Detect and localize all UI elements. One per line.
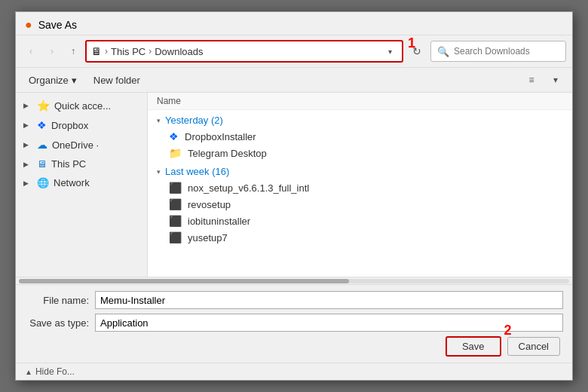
breadcrumb-dropdown-button[interactable]: ▾ (382, 42, 397, 60)
organize-button[interactable]: Organize ▾ (22, 72, 84, 89)
footer-bar[interactable]: ▲ Hide Fo... (16, 363, 572, 380)
button-row: Save 2 Cancel (25, 336, 563, 357)
new-folder-button[interactable]: New folder (87, 72, 147, 89)
breadcrumb[interactable]: 🖥 › This PC › Downloads ▾ 1 (85, 40, 403, 63)
sidebar-item-network[interactable]: ▶ 🌐 Network (16, 173, 147, 192)
back-icon: ‹ (29, 46, 32, 57)
save-button-wrapper: Save 2 (446, 336, 501, 357)
back-button[interactable]: ‹ (22, 42, 40, 60)
breadcrumb-thispc: This PC (111, 46, 145, 57)
organize-arrow-icon: ▾ (72, 75, 77, 86)
search-icon: 🔍 (437, 46, 449, 57)
network-label: Network (54, 177, 90, 188)
breadcrumb-sep1: › (105, 46, 108, 57)
yesterday-arrow-icon: ▾ (157, 117, 161, 124)
network-icon: 🌐 (37, 177, 49, 188)
group-lastweek[interactable]: ▾ Last week (16) (148, 161, 572, 179)
forward-icon: › (51, 46, 54, 57)
view-icon: ≡ (528, 75, 534, 85)
view-dropdown-icon: ▾ (553, 75, 558, 85)
revo-icon: ⬛ (169, 198, 182, 210)
breadcrumb-sep2: › (149, 46, 152, 57)
file-list: Name ▾ Yesterday (2) ❖ DropboxInstaller … (148, 93, 572, 277)
iobit-icon: ⬛ (169, 215, 182, 227)
filename-input[interactable] (95, 291, 563, 309)
save-as-dialog: ● Save As ‹ › ↑ 🖥 › This PC › Downloads … (15, 11, 573, 381)
hide-folders-label: Hide Fo... (35, 366, 75, 377)
yu-icon: ⬛ (169, 231, 182, 243)
footer-arrow-icon: ▲ (25, 368, 32, 376)
list-item[interactable]: ❖ DropboxInstaller (148, 128, 572, 145)
quickaccess-icon: ⭐ (37, 100, 50, 112)
search-box[interactable]: 🔍 (430, 41, 566, 62)
list-item[interactable]: ⬛ revosetup (148, 196, 572, 213)
saveastype-row: Save as type: Application (25, 314, 563, 332)
horizontal-scrollbar[interactable] (16, 277, 572, 284)
filename-row: File name: (25, 291, 563, 309)
breadcrumb-dropdown-icon: ▾ (388, 47, 392, 56)
list-item[interactable]: 📁 Telegram Desktop (148, 145, 572, 161)
search-input[interactable] (454, 46, 559, 57)
breadcrumb-thispc-icon: 🖥 (91, 45, 102, 57)
saveastype-select[interactable]: Application (95, 314, 563, 332)
iobit-name: iobituninstaller (188, 216, 250, 227)
dropbox-arrow-icon: ▶ (23, 121, 32, 129)
sidebar: ▶ ⭐ Quick acce... ▶ ❖ Dropbox ▶ ☁ OneDri… (16, 93, 148, 277)
up-icon: ↑ (71, 46, 75, 57)
filename-label: File name: (25, 295, 89, 306)
view-dropdown-button[interactable]: ▾ (545, 71, 566, 89)
list-item[interactable]: ⬛ iobituninstaller (148, 213, 572, 229)
dropboxinstaller-name: DropboxInstaller (185, 131, 256, 142)
onedrive-icon: ☁ (37, 139, 47, 151)
dropbox-label: Dropbox (51, 120, 88, 131)
saveastype-label: Save as type: (25, 317, 89, 329)
sidebar-item-thispc[interactable]: ▶ 🖥 This PC (16, 155, 147, 173)
view-button[interactable]: ≡ (521, 71, 542, 89)
toolbar: Organize ▾ New folder ≡ ▾ (16, 68, 572, 93)
annotation-1: 1 (408, 35, 415, 51)
scrollbar-track (19, 279, 569, 283)
nox-name: nox_setup_v6.6.1.3_full_intl (188, 182, 309, 194)
forward-button[interactable]: › (43, 42, 61, 60)
annotation-2: 2 (504, 323, 512, 338)
main-content: ▶ ⭐ Quick acce... ▶ ❖ Dropbox ▶ ☁ OneDri… (16, 93, 572, 277)
up-button[interactable]: ↑ (64, 42, 82, 60)
onedrive-label: OneDrive · (52, 139, 99, 151)
dropbox-icon: ❖ (37, 119, 47, 131)
network-arrow-icon: ▶ (23, 179, 32, 187)
title-bar: ● Save As (16, 12, 572, 35)
onedrive-arrow-icon: ▶ (23, 141, 32, 149)
sidebar-item-onedrive[interactable]: ▶ ☁ OneDrive · (16, 135, 147, 155)
cancel-button[interactable]: Cancel (507, 337, 560, 356)
revo-name: revosetup (188, 199, 231, 210)
breadcrumb-content: 🖥 › This PC › Downloads (91, 45, 382, 57)
yu-name: yusetup7 (188, 232, 228, 243)
nox-icon: ⬛ (169, 182, 182, 194)
dropboxinstaller-icon: ❖ (169, 130, 179, 142)
organize-label: Organize (29, 75, 69, 86)
file-list-header: Name (148, 93, 572, 110)
new-folder-label: New folder (93, 75, 140, 86)
quickaccess-arrow-icon: ▶ (23, 102, 32, 109)
thispc-icon: 🖥 (37, 158, 47, 170)
title-bar-icon: ● (25, 18, 32, 32)
save-button[interactable]: Save (446, 336, 501, 357)
name-column-header: Name (157, 96, 181, 106)
thispc-label: This PC (51, 158, 86, 170)
lastweek-arrow-icon: ▾ (157, 168, 161, 176)
breadcrumb-downloads: Downloads (155, 46, 203, 57)
nav-bar: ‹ › ↑ 🖥 › This PC › Downloads ▾ 1 ↻ 🔍 (16, 35, 572, 68)
dialog-title: Save As (38, 19, 77, 31)
bottom-form: File name: Save as type: Application Sav… (16, 284, 572, 363)
telegram-name: Telegram Desktop (188, 148, 267, 159)
quickaccess-label: Quick acce... (54, 100, 111, 112)
sidebar-item-dropbox[interactable]: ▶ ❖ Dropbox (16, 115, 147, 135)
sidebar-item-quickaccess[interactable]: ▶ ⭐ Quick acce... (16, 96, 147, 115)
list-item[interactable]: ⬛ nox_setup_v6.6.1.3_full_intl (148, 179, 572, 196)
yesterday-title: Yesterday (2) (165, 115, 223, 126)
list-item[interactable]: ⬛ yusetup7 (148, 229, 572, 246)
telegram-icon: 📁 (169, 147, 182, 159)
scrollbar-thumb (19, 279, 349, 283)
thispc-arrow-icon: ▶ (23, 161, 32, 168)
group-yesterday[interactable]: ▾ Yesterday (2) (148, 110, 572, 128)
